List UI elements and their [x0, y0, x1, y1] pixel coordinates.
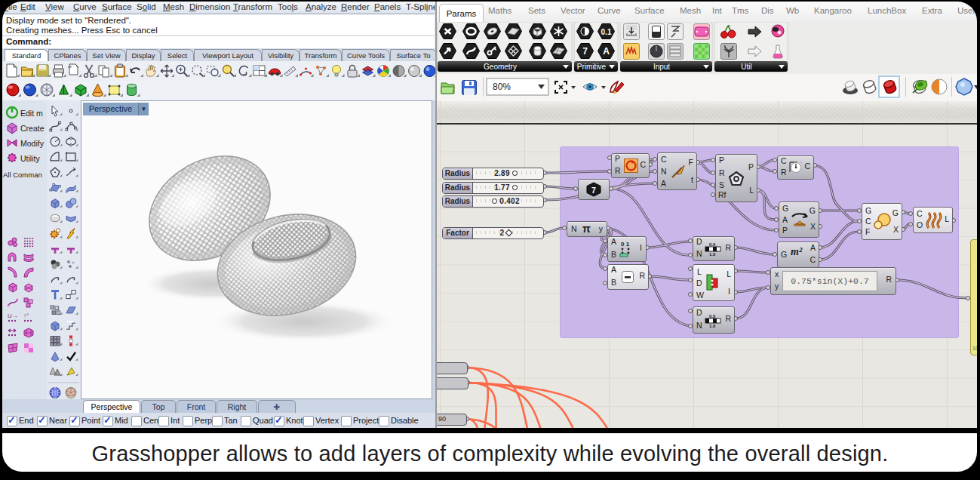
svg-text:1.0: 1.0	[709, 252, 716, 257]
svg-text:Util: Util	[741, 63, 751, 71]
svg-text:7: 7	[582, 46, 588, 57]
svg-text:0.0: 0.0	[709, 242, 716, 247]
svg-text:80%: 80%	[493, 82, 511, 92]
svg-text:0 1: 0 1	[621, 241, 630, 248]
svg-text:Geometry: Geometry	[484, 63, 517, 71]
svg-text:0.0: 0.0	[709, 314, 716, 318]
svg-text:0.1: 0.1	[601, 28, 612, 36]
svg-text:Primitive: Primitive	[577, 63, 607, 71]
svg-text:Input: Input	[653, 63, 670, 71]
svg-text:↑°: ↑°	[23, 312, 29, 319]
svg-text:A: A	[603, 46, 610, 57]
svg-text:1.0: 1.0	[709, 324, 716, 328]
svg-text:7: 7	[591, 186, 596, 195]
svg-text:U→: U→	[8, 312, 18, 319]
